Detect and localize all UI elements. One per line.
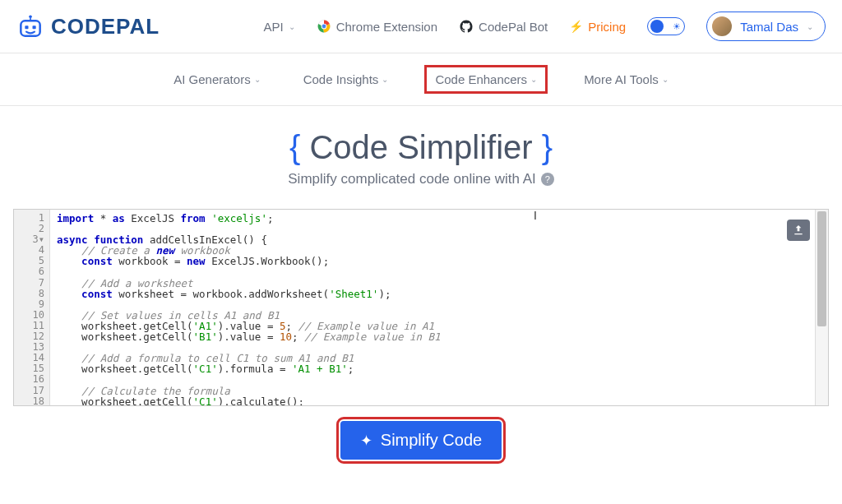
chevron-down-icon: ⌄	[254, 75, 261, 84]
chevron-down-icon: ⌄	[807, 22, 813, 31]
sun-icon: ☀	[673, 21, 681, 32]
subtitle-text: Simplify complicated code online with AI	[288, 171, 535, 187]
title-section: { Code Simplifier } Simplify complicated…	[0, 106, 842, 197]
nav-chrome-label: Chrome Extension	[336, 20, 437, 34]
scroll-thumb[interactable]	[817, 211, 826, 326]
brace-open: {	[289, 129, 309, 165]
chevron-down-icon: ⌄	[530, 75, 537, 84]
brace-close: }	[533, 129, 553, 165]
simplify-code-button[interactable]: ✦ Simplify Code	[340, 421, 502, 460]
action-row: ✦ Simplify Code	[0, 421, 842, 460]
toggle-knob	[650, 20, 664, 33]
svg-point-8	[322, 25, 326, 29]
chevron-down-icon: ⌄	[382, 75, 388, 84]
header-nav: API ⌄ Chrome Extension CodePal	[263, 12, 826, 41]
nav-api-label: API	[263, 20, 283, 34]
simplify-label: Simplify Code	[381, 431, 482, 450]
text-cursor: I	[534, 209, 537, 222]
chevron-down-icon: ⌄	[289, 22, 295, 31]
nav-api[interactable]: API ⌄	[263, 20, 294, 34]
nav-chrome-extension[interactable]: Chrome Extension	[317, 19, 437, 34]
chrome-icon	[317, 19, 331, 34]
github-icon	[459, 19, 474, 34]
subnav-more-tools[interactable]: More AI Tools ⌄	[577, 69, 675, 90]
nav-pricing[interactable]: ⚡ Pricing	[569, 20, 626, 34]
editor-scrollbar[interactable]	[815, 210, 828, 405]
page-title: { Code Simplifier }	[0, 129, 842, 166]
upload-button[interactable]	[787, 220, 810, 241]
robot-icon	[16, 14, 44, 39]
help-icon[interactable]: ?	[541, 173, 554, 186]
avatar	[712, 16, 732, 36]
chevron-down-icon: ⌄	[662, 75, 669, 84]
svg-rect-4	[33, 25, 36, 29]
top-header: CODEPAL API ⌄ Chrome Extension	[0, 0, 842, 53]
logo[interactable]: CODEPAL	[16, 14, 160, 39]
page-title-text: Code Simplifier	[309, 129, 532, 165]
nav-pricing-label: Pricing	[588, 20, 626, 34]
subnav-code-enhancers[interactable]: Code Enhancers ⌄	[424, 65, 548, 94]
user-menu[interactable]: Tamal Das ⌄	[706, 12, 826, 41]
nav-bot-label: CodePal Bot	[479, 20, 548, 34]
code-content[interactable]: import * as ExcelJS from 'exceljs'; asyn…	[50, 210, 815, 405]
subnav-more-label: More AI Tools	[584, 72, 659, 86]
page-subtitle: Simplify complicated code online with AI…	[288, 171, 553, 187]
logo-text: CODEPAL	[51, 14, 160, 39]
svg-rect-3	[25, 25, 28, 29]
subnav-code-insights[interactable]: Code Insights ⌄	[297, 69, 396, 90]
subnav-enhancers-label: Code Enhancers	[435, 72, 527, 86]
user-name: Tamal Das	[740, 20, 798, 34]
sparkle-icon: ✦	[360, 432, 372, 450]
code-editor[interactable]: 1 2 3▾ 4 5 6 7 8 9 10 11 12 13 14 15 16 …	[13, 209, 829, 406]
subnav-generators-label: AI Generators	[173, 72, 250, 86]
subnav-ai-generators[interactable]: AI Generators ⌄	[167, 69, 266, 90]
line-gutter: 1 2 3▾ 4 5 6 7 8 9 10 11 12 13 14 15 16 …	[14, 210, 50, 405]
bolt-icon: ⚡	[569, 20, 583, 33]
subnav-insights-label: Code Insights	[303, 72, 379, 86]
nav-codepal-bot[interactable]: CodePal Bot	[459, 19, 548, 34]
svg-point-0	[29, 16, 32, 19]
sub-nav: AI Generators ⌄ Code Insights ⌄ Code Enh…	[0, 53, 842, 106]
theme-toggle[interactable]: ☀	[647, 17, 685, 35]
